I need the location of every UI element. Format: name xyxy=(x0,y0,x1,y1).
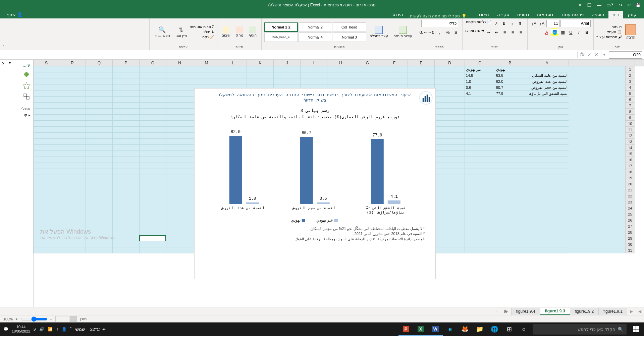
cell[interactable] xyxy=(112,103,139,109)
cell[interactable] xyxy=(300,78,327,84)
row-header[interactable]: 22 xyxy=(625,193,635,199)
cell[interactable] xyxy=(112,139,139,145)
cell[interactable] xyxy=(34,229,59,235)
cell[interactable] xyxy=(465,187,495,193)
cell[interactable] xyxy=(34,235,59,241)
cell[interactable] xyxy=(139,241,166,247)
align-center-icon[interactable]: ≡ xyxy=(509,28,517,36)
align-right-icon[interactable]: ≡ xyxy=(517,28,525,36)
col-header[interactable]: R xyxy=(59,60,86,66)
cell[interactable] xyxy=(112,97,139,103)
cell[interactable] xyxy=(59,115,86,121)
tab-insert[interactable]: הוספה xyxy=(588,11,608,18)
tray-volume-icon[interactable]: 🔊 xyxy=(39,327,44,331)
cell[interactable] xyxy=(434,78,465,84)
cell[interactable] xyxy=(34,121,59,127)
tray-notifications-icon[interactable]: 💬 xyxy=(3,327,8,331)
cell[interactable] xyxy=(465,181,495,187)
cell[interactable] xyxy=(247,72,273,78)
cell[interactable] xyxy=(525,205,569,211)
cell[interactable] xyxy=(34,205,59,211)
style-normal22[interactable]: Normal 2 2 xyxy=(264,22,298,32)
cell[interactable] xyxy=(495,121,525,127)
row-header[interactable]: 27 xyxy=(625,223,635,229)
cell[interactable] xyxy=(495,229,525,235)
cell[interactable] xyxy=(59,193,86,199)
row-header[interactable]: 28 xyxy=(625,229,635,235)
cell[interactable] xyxy=(34,247,59,253)
cell[interactable] xyxy=(434,235,465,241)
cell[interactable] xyxy=(166,121,193,127)
cell[interactable] xyxy=(525,235,569,241)
close-panel-icon[interactable]: ✕ xyxy=(2,61,5,66)
cell[interactable] xyxy=(465,139,495,145)
cell[interactable] xyxy=(139,66,166,72)
cell[interactable] xyxy=(139,205,166,211)
cell[interactable] xyxy=(166,103,193,109)
cell[interactable] xyxy=(139,72,166,78)
cell[interactable] xyxy=(139,151,166,157)
cell[interactable] xyxy=(86,151,112,157)
cell[interactable] xyxy=(34,199,59,205)
cell[interactable] xyxy=(59,169,86,175)
cell[interactable] xyxy=(525,139,569,145)
cell[interactable]: النسبة من عامة السكان xyxy=(525,72,569,78)
cell[interactable] xyxy=(59,66,86,72)
row-header[interactable]: 25 xyxy=(625,211,635,217)
cell[interactable] xyxy=(434,181,465,187)
cell[interactable] xyxy=(59,145,86,151)
copy-button[interactable]: 📋 העתק xyxy=(596,30,622,34)
cell[interactable] xyxy=(193,72,220,78)
format-cells-button[interactable]: עיצוב xyxy=(220,26,232,38)
cell[interactable] xyxy=(220,66,247,72)
cell[interactable] xyxy=(525,66,569,72)
cell[interactable] xyxy=(434,175,465,181)
cell[interactable] xyxy=(465,217,495,223)
cell[interactable] xyxy=(112,151,139,157)
cell[interactable] xyxy=(465,151,495,157)
cell[interactable] xyxy=(495,235,525,241)
row-header[interactable]: 31 xyxy=(625,247,635,253)
cell[interactable] xyxy=(193,78,220,84)
cancel-formula-icon[interactable]: ✕ xyxy=(594,52,598,58)
cell[interactable] xyxy=(112,133,139,139)
cell[interactable] xyxy=(139,133,166,139)
cell[interactable] xyxy=(465,145,495,151)
percent-icon[interactable]: % xyxy=(444,28,451,36)
cell[interactable] xyxy=(495,181,525,187)
merge-center-button[interactable]: ⬌ מזג ומרכז xyxy=(465,28,484,36)
cell[interactable] xyxy=(434,133,465,139)
cell[interactable] xyxy=(86,127,112,133)
cell[interactable] xyxy=(59,205,86,211)
cell[interactable] xyxy=(59,223,86,229)
cell[interactable] xyxy=(434,187,465,193)
cell[interactable] xyxy=(86,187,112,193)
cell[interactable] xyxy=(354,72,381,78)
cell[interactable] xyxy=(34,217,59,223)
format-table-button[interactable]: עצב כטבלה xyxy=(368,25,390,39)
cell[interactable] xyxy=(434,66,465,72)
cell[interactable] xyxy=(434,84,465,90)
cell[interactable] xyxy=(86,133,112,139)
cell[interactable] xyxy=(166,72,193,78)
cell[interactable] xyxy=(465,133,495,139)
cell[interactable] xyxy=(465,199,495,205)
cell[interactable] xyxy=(112,193,139,199)
row-header[interactable]: 12 xyxy=(625,133,635,139)
col-header[interactable]: A xyxy=(525,60,569,66)
add-sheet-icon[interactable]: ⊕ xyxy=(500,308,511,314)
tray-chevron-icon[interactable]: ˆ xyxy=(70,327,71,331)
cell[interactable]: 80.7 xyxy=(495,84,525,90)
cell[interactable] xyxy=(525,199,569,205)
cell[interactable] xyxy=(495,115,525,121)
cell[interactable] xyxy=(495,199,525,205)
cell[interactable] xyxy=(112,181,139,187)
cell[interactable] xyxy=(247,66,273,72)
cell[interactable] xyxy=(59,199,86,205)
cell[interactable] xyxy=(86,205,112,211)
cell[interactable] xyxy=(59,72,86,78)
cell[interactable] xyxy=(34,157,59,163)
cell[interactable] xyxy=(465,127,495,133)
col-header[interactable]: O xyxy=(139,60,166,66)
cell[interactable] xyxy=(465,247,495,253)
